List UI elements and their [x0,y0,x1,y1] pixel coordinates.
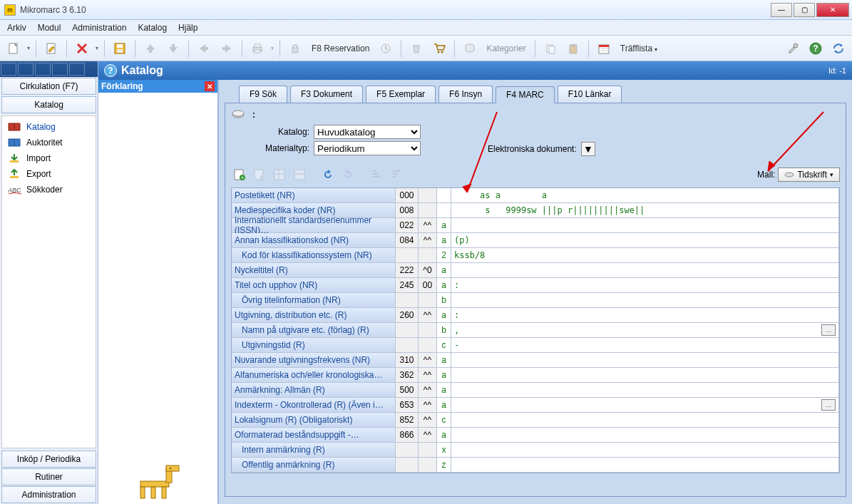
new-document-button[interactable] [4,39,23,58]
electronic-documents-button[interactable]: ⯆ [581,142,595,156]
marc-row[interactable]: Nuvarande utgivningsfrekvens (NR)310^^a [232,353,839,368]
sidebar-item-import[interactable]: Import [2,150,96,166]
marc-value-cell[interactable] [451,443,839,457]
marc-row[interactable]: Utgivningstid (R)c- [232,338,839,353]
sort-desc-button[interactable] [388,166,405,183]
window-maximize-button[interactable]: ▢ [794,3,815,17]
trash-button[interactable] [407,39,426,58]
tab-f5-exemplar[interactable]: F5 Exemplar [366,86,436,103]
marc-value-cell[interactable] [451,263,839,277]
marc-value-cell[interactable]: : [451,308,839,322]
lock-button[interactable] [286,39,304,58]
marc-row[interactable]: Titel och upphov (NR)24500a: [232,278,839,293]
marc-value-cell[interactable]: … [451,398,839,412]
cart-button[interactable] [430,39,448,58]
tab-f4-marc[interactable]: F4 MARC [496,86,555,103]
marc-value-cell[interactable]: kssb/8 [451,248,839,262]
marc-value-cell[interactable]: ,… [451,323,839,337]
window-close-button[interactable]: ✕ [816,3,849,17]
marc-row[interactable]: Anmärkning: Allmän (R)500^^a [232,383,839,398]
marc-field-label[interactable]: Alfanumeriska och/eller kronologiska… [232,368,396,382]
arrow-right-button[interactable] [217,39,236,58]
categories-label[interactable]: Kategorier [483,43,528,53]
clock-button[interactable] [376,39,395,58]
edit-button[interactable] [42,39,61,58]
marc-value-cell[interactable] [451,383,839,397]
marc-field-label[interactable]: Intern anmärkning (R) [232,443,396,457]
help-icon[interactable]: ? [806,39,825,58]
calendar-button[interactable] [595,39,613,58]
katalog-select[interactable]: Huvudkatalog [314,125,421,139]
marc-field-label[interactable]: Oformaterad beståndsuppgift -… [232,428,396,442]
marc-row[interactable]: Postetikett (NR)000 as a a [232,188,839,203]
redo-button[interactable] [339,166,356,183]
marc-field-label[interactable]: Kod för klassifikationssystem (NR) [232,248,396,262]
marc-value-cell[interactable]: as a a [451,188,839,202]
sidebar-item-export[interactable]: Export [2,166,96,182]
sidebar-item-sokkoder[interactable]: ABC Sökkoder [2,182,96,197]
menu-modul[interactable]: Modul [35,21,64,34]
tab-f3-dokument[interactable]: F3 Dokument [290,86,363,103]
marc-value-cell[interactable] [451,353,839,367]
marc-row[interactable]: Annan klassifikationskod (NR)084^^a(p) [232,233,839,248]
marc-row[interactable]: Offentlig anmärkning (R)z [232,458,839,473]
marc-field-label[interactable]: Annan klassifikationskod (NR) [232,233,396,247]
help-panel-close-button[interactable]: ✕ [205,81,215,91]
marc-field-label[interactable]: Nyckeltitel (R) [232,263,396,277]
sidebar-bottom-administration[interactable]: Administration [1,486,96,503]
refresh-icon[interactable] [829,39,848,58]
save-button[interactable] [111,39,129,58]
marc-add-subfield-button[interactable] [251,166,268,183]
marc-field-label[interactable]: Utgivning, distribution etc. (R) [232,308,396,322]
marc-row[interactable]: Intern anmärkning (R)x [232,443,839,458]
marc-field-label[interactable]: Nuvarande utgivningsfrekvens (NR) [232,353,396,367]
marc-field-label[interactable]: Indexterm - Okontrollerad (R) (Även i… [232,398,396,412]
marc-value-cell[interactable] [451,413,839,427]
marc-value-cell[interactable]: s 9999sw |||p r|||||||||swe|| [451,203,839,217]
marc-delete-row-button[interactable] [291,166,308,183]
marc-row[interactable]: Alfanumeriska och/eller kronologiska…362… [232,368,839,383]
ellipsis-button[interactable]: … [821,324,836,336]
print-button[interactable] [248,39,267,58]
marc-row[interactable]: Indexterm - Okontrollerad (R) (Även i…65… [232,398,839,413]
tab-f9-sok[interactable]: F9 Sök [239,86,287,103]
marc-field-label[interactable]: Postetikett (NR) [232,188,396,202]
arrow-left-button[interactable] [195,39,213,58]
materialtyp-select[interactable]: Periodikum [314,141,421,155]
marc-field-label[interactable]: Utgivningstid (R) [232,338,396,352]
mall-dropdown-button[interactable]: Tidskrift ▾ [778,168,840,182]
marc-field-label[interactable]: Anmärkning: Allmän (R) [232,383,396,397]
settings-icon[interactable] [784,39,802,58]
marc-grid-button[interactable] [271,166,288,183]
marc-row[interactable]: Oformaterad beståndsuppgift -…866^^a [232,428,839,443]
marc-value-cell[interactable] [451,458,839,472]
sidebar-bottom-rutiner[interactable]: Rutiner [1,468,96,485]
f8-reservation-label[interactable]: F8 Reservation [309,43,372,53]
arrow-down-button[interactable] [164,39,183,58]
marc-value-cell[interactable]: (p) [451,233,839,247]
paste-button[interactable] [564,39,582,58]
categories-button[interactable] [461,39,479,58]
undo-button[interactable] [319,166,337,183]
marc-field-label[interactable]: Övrig titelinformation (NR) [232,293,396,307]
marc-row[interactable]: Övrig titelinformation (NR)b [232,293,839,308]
marc-new-field-button[interactable]: + [231,166,248,183]
marc-field-label[interactable]: Titel och upphov (NR) [232,278,396,292]
sidebar-item-auktoritet[interactable]: Auktoritet [2,135,96,150]
marc-value-cell[interactable] [451,218,839,232]
trafflista-label[interactable]: Träfflista ▾ [617,43,661,53]
sidebar-bottom-inkop[interactable]: Inköp / Periodika [1,451,96,468]
marc-field-label[interactable]: Lokalsignum (R) (Obligatoriskt) [232,413,396,427]
marc-row[interactable]: Namn på utgivare etc. (förlag) (R)b,… [232,323,839,338]
tab-f10-lankar[interactable]: F10 Länkar [558,86,622,103]
marc-row[interactable]: Lokalsignum (R) (Obligatoriskt)852^^c [232,413,839,428]
marc-field-label[interactable]: Namn på utgivare etc. (förlag) (R) [232,323,396,337]
marc-field-label[interactable]: Offentlig anmärkning (R) [232,458,396,472]
sort-asc-button[interactable] [368,166,385,183]
copy-button[interactable] [541,39,560,58]
menu-administration[interactable]: Administration [69,21,129,34]
marc-value-cell[interactable] [451,293,839,307]
marc-value-cell[interactable] [451,368,839,382]
arrow-up-button[interactable] [141,39,160,58]
marc-row[interactable]: Kod för klassifikationssystem (NR)2kssb/… [232,248,839,263]
